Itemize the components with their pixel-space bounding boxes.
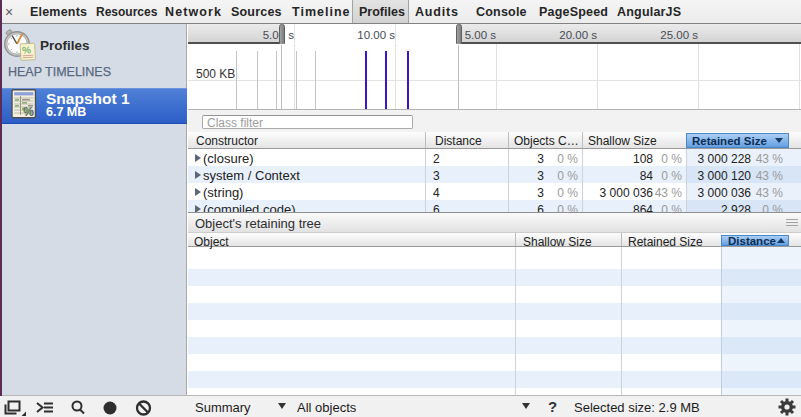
svg-text:%: % bbox=[22, 105, 32, 117]
svg-text:%: % bbox=[22, 44, 32, 55]
